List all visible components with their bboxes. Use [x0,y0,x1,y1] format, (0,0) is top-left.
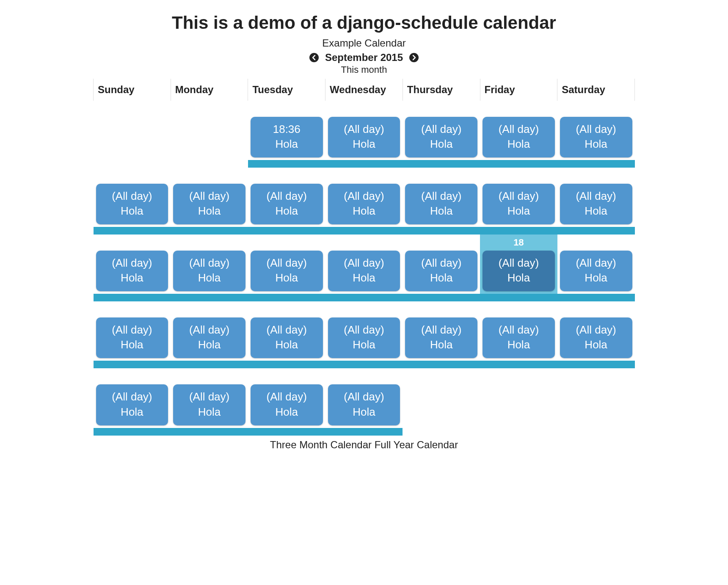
day-number: 27 [94,368,171,383]
event-title: Hola [253,270,320,285]
day-number: 10 [403,168,480,182]
event-title: Hola [253,137,320,152]
calendar-day-cell[interactable]: 14(All day)Hola [171,235,248,301]
calendar-event[interactable]: (All day)Hola [173,184,245,224]
calendar-day-cell[interactable]: 6(All day)Hola [94,168,171,235]
calendar-day-cell[interactable]: 5(All day)Hola [557,101,635,168]
event-title: Hola [485,270,552,285]
day-number: 30 [325,368,403,383]
calendar-day-cell[interactable]: 25(All day)Hola [480,301,557,368]
calendar-event[interactable]: (All day)Hola [483,251,555,291]
event-time: 18:36 [253,122,320,137]
calendar-event[interactable]: (All day)Hola [251,384,323,425]
calendar-day-cell[interactable]: 26(All day)Hola [557,301,635,368]
calendar-event[interactable]: (All day)Hola [251,184,323,224]
calendar-day-cell[interactable]: 9(All day)Hola [325,168,403,235]
calendar-event[interactable]: (All day)Hola [328,117,400,157]
calendar-day-cell[interactable]: 17(All day)Hola [403,235,480,301]
calendar-day-cell[interactable]: 4(All day)Hola [480,101,557,168]
event-time: (All day) [563,122,630,137]
day-cell-accent [171,294,248,301]
calendar-day-cell[interactable]: 2(All day)Hola [325,101,403,168]
calendar-event[interactable]: (All day)Hola [560,251,632,291]
calendar-day-cell[interactable]: 7(All day)Hola [171,168,248,235]
day-number: 25 [480,301,557,316]
calendar-event[interactable]: (All day)Hola [483,184,555,224]
calendar-event[interactable]: (All day)Hola [96,317,168,358]
calendar-event[interactable]: (All day)Hola [96,384,168,425]
three-month-link[interactable]: Three Month Calendar [270,439,372,450]
calendar-event[interactable]: (All day)Hola [483,317,555,358]
calendar-day-cell[interactable]: 10(All day)Hola [403,168,480,235]
calendar-event[interactable]: (All day)Hola [96,251,168,291]
event-time: (All day) [485,256,552,270]
calendar-event[interactable]: (All day)Hola [251,251,323,291]
next-month-button[interactable] [409,53,419,62]
day-cell-accent [325,294,403,301]
prev-month-button[interactable] [309,53,319,62]
calendar-event[interactable]: (All day)Hola [328,184,400,224]
day-cell-accent [557,294,635,301]
calendar-event[interactable]: (All day)Hola [173,251,245,291]
calendar-day-cell[interactable]: 8(All day)Hola [248,168,325,235]
full-year-link[interactable]: Full Year Calendar [375,439,458,450]
calendar-event[interactable]: (All day)Hola [251,317,323,358]
calendar-day-cell[interactable]: 27(All day)Hola [94,368,171,435]
this-month-link[interactable]: This month [93,64,635,75]
calendar-day-cell[interactable]: 3(All day)Hola [403,101,480,168]
calendar-event[interactable]: (All day)Hola [328,251,400,291]
calendar-day-cell[interactable]: 20(All day)Hola [94,301,171,368]
calendar-event[interactable]: (All day)Hola [405,251,477,291]
calendar-event[interactable]: (All day)Hola [405,117,477,157]
calendar-event[interactable]: (All day)Hola [173,384,245,425]
calendar-day-cell[interactable]: 30(All day)Hola [325,368,403,435]
calendar-day-cell[interactable]: 19(All day)Hola [557,235,635,301]
calendar-day-cell[interactable]: 22(All day)Hola [248,301,325,368]
day-cell-accent [480,361,557,368]
event-title: Hola [331,337,398,352]
calendar-day-cell[interactable]: 13(All day)Hola [94,235,171,301]
event-title: Hola [176,405,243,419]
calendar-event[interactable]: 18:36Hola [251,117,323,157]
calendar-event[interactable]: (All day)Hola [560,184,632,224]
calendar-day-cell[interactable]: 18(All day)Hola [480,235,557,301]
event-title: Hola [331,405,398,419]
day-cell-accent [94,361,171,368]
calendar-day-cell[interactable]: 24(All day)Hola [403,301,480,368]
calendar-event[interactable]: (All day)Hola [328,384,400,425]
calendar-day-cell[interactable]: 29(All day)Hola [248,368,325,435]
day-cell-accent [403,361,480,368]
calendar-day-cell[interactable]: 16(All day)Hola [325,235,403,301]
calendar-day-cell[interactable]: 12(All day)Hola [557,168,635,235]
calendar-day-cell[interactable]: 118:36Hola [248,101,325,168]
event-title: Hola [408,137,475,152]
day-number: 13 [94,235,171,249]
day-number: 14 [171,235,248,249]
day-number: 9 [325,168,403,182]
day-cell-accent [325,428,403,436]
calendar-event[interactable]: (All day)Hola [96,184,168,224]
calendar-event[interactable]: (All day)Hola [560,317,632,358]
event-time: (All day) [176,189,243,204]
calendar-event[interactable]: (All day)Hola [560,117,632,157]
period-nav: September 2015 [93,51,635,63]
day-number: 28 [171,368,248,383]
event-time: (All day) [99,189,166,204]
calendar-event[interactable]: (All day)Hola [328,317,400,358]
calendar-day-cell[interactable]: 21(All day)Hola [171,301,248,368]
calendar-event[interactable]: (All day)Hola [173,317,245,358]
event-time: (All day) [176,389,243,404]
footer-links: Three Month Calendar Full Year Calendar [93,439,635,451]
day-cell-accent [171,428,248,436]
calendar-event[interactable]: (All day)Hola [405,184,477,224]
day-number: 11 [480,168,557,182]
calendar-event[interactable]: (All day)Hola [483,117,555,157]
event-title: Hola [99,270,166,285]
calendar-day-cell[interactable]: 28(All day)Hola [171,368,248,435]
calendar-day-cell[interactable]: 11(All day)Hola [480,168,557,235]
day-number: 22 [248,301,325,316]
event-title: Hola [408,204,475,218]
calendar-day-cell[interactable]: 23(All day)Hola [325,301,403,368]
calendar-day-cell[interactable]: 15(All day)Hola [248,235,325,301]
calendar-event[interactable]: (All day)Hola [405,317,477,358]
